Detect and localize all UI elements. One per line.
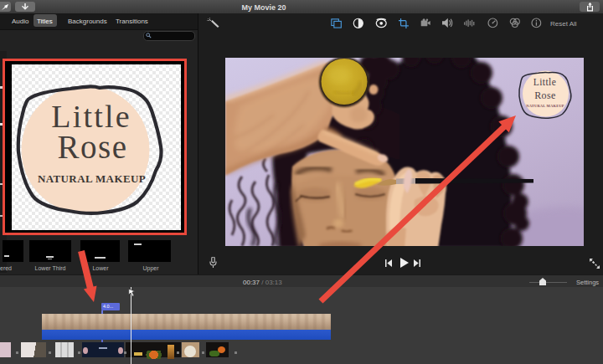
svg-text:NATURAL MAKEUP: NATURAL MAKEUP	[38, 172, 146, 185]
svg-text:Little: Little	[533, 77, 556, 87]
svg-text:NATURAL MAKEUP: NATURAL MAKEUP	[526, 104, 564, 108]
svg-text:Rose: Rose	[534, 90, 556, 101]
svg-text:Rose: Rose	[58, 129, 128, 165]
